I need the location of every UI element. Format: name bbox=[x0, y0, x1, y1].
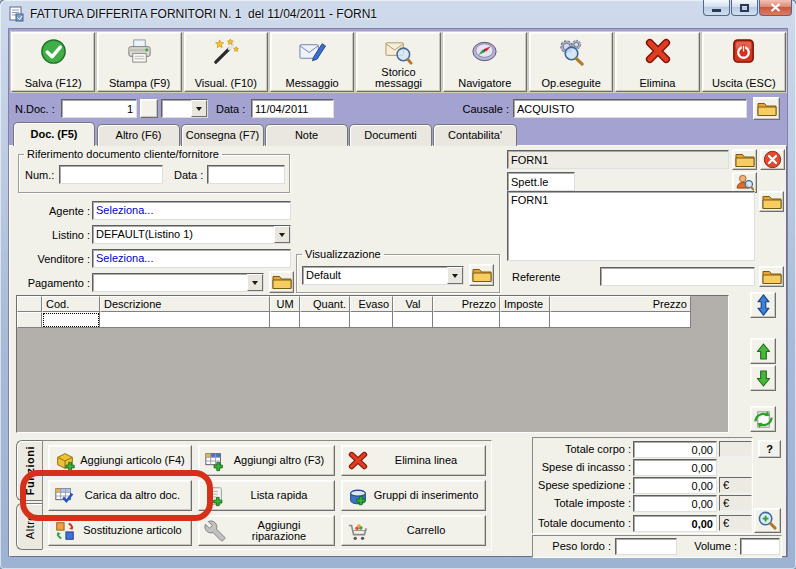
row-selector-cell[interactable] bbox=[17, 312, 42, 328]
chevron-down-icon bbox=[452, 274, 458, 278]
peso-lordo-input[interactable] bbox=[615, 538, 677, 555]
close-button[interactable] bbox=[759, 0, 792, 16]
totals-zoom-button[interactable] bbox=[754, 508, 781, 533]
imposte-cell[interactable] bbox=[500, 312, 550, 328]
contact-search-button[interactable] bbox=[732, 172, 757, 193]
totale-corpo-input[interactable] bbox=[633, 441, 717, 458]
totals-help-button[interactable]: ? bbox=[758, 440, 781, 458]
lista-rapida-button[interactable]: Lista rapida bbox=[198, 480, 335, 511]
gruppi-inserimento-button[interactable]: Gruppi di inserimento bbox=[341, 480, 486, 511]
sostituzione-articolo-button[interactable]: Sostituzione articolo bbox=[48, 515, 192, 546]
visualizzazione-dropdown-button[interactable] bbox=[447, 267, 463, 284]
supplier-code-field[interactable] bbox=[507, 150, 729, 169]
ndoc-lookup-button[interactable] bbox=[140, 99, 158, 118]
spese-spedizione-input[interactable] bbox=[633, 477, 717, 494]
op-eseguite-label: Op.eseguite bbox=[541, 78, 600, 89]
tab-note[interactable]: Note bbox=[265, 124, 348, 146]
minimize-button[interactable] bbox=[703, 0, 730, 16]
op-eseguite-button[interactable]: Op.eseguite bbox=[529, 32, 613, 92]
supplier-lookup-button[interactable] bbox=[732, 149, 757, 170]
causale-input[interactable] bbox=[513, 99, 747, 118]
visual-button[interactable]: Visual. (F10) bbox=[184, 32, 268, 92]
serie-dropdown-button[interactable] bbox=[191, 100, 207, 117]
peso-lordo-label: Peso lordo : bbox=[537, 538, 611, 555]
pagamento-lookup-button[interactable] bbox=[269, 271, 294, 293]
pagamento-dropdown-button[interactable] bbox=[247, 274, 263, 291]
carica-da-altro-doc-button[interactable]: Carica da altro doc. bbox=[48, 480, 192, 511]
referente-lookup-button[interactable] bbox=[759, 266, 784, 287]
uscita-button[interactable]: Uscita (ESC) bbox=[702, 32, 786, 92]
lines-grid[interactable]: Cod. Descrizione UM Quant. Evaso Val Pre… bbox=[16, 295, 729, 433]
spese-spedizione-currency: € bbox=[719, 477, 752, 493]
tab-contabilita-label: Contabilita' bbox=[448, 129, 502, 141]
data-input[interactable] bbox=[251, 99, 334, 118]
address-lookup-button[interactable] bbox=[759, 191, 784, 212]
maximize-button[interactable] bbox=[731, 0, 758, 16]
storico-label: Storico messaggi bbox=[367, 67, 429, 89]
ref-date-input[interactable] bbox=[207, 165, 285, 184]
chevron-down-icon bbox=[279, 233, 285, 237]
grid-empty-row[interactable] bbox=[17, 312, 691, 328]
tab-altro[interactable]: Altro (F6) bbox=[97, 124, 180, 146]
aggiungi-riparazione-button[interactable]: Aggiungi riparazione bbox=[198, 515, 335, 546]
causale-lookup-button[interactable] bbox=[753, 97, 780, 120]
agente-field[interactable]: Seleziona... bbox=[92, 201, 291, 220]
listino-value: DEFAULT(Listino 1) bbox=[93, 226, 274, 243]
elimina-label: Elimina bbox=[639, 78, 675, 89]
volume-input[interactable] bbox=[740, 538, 780, 555]
val-cell[interactable] bbox=[393, 312, 433, 328]
refresh-button[interactable] bbox=[750, 406, 776, 432]
salva-button[interactable]: Salva (F12) bbox=[11, 32, 95, 92]
tab-contabilita[interactable]: Contabilita' bbox=[433, 124, 517, 146]
elimina-linea-button[interactable]: Elimina linea bbox=[341, 445, 486, 476]
side-tab-funzioni[interactable]: Funzioni bbox=[16, 440, 42, 501]
ndoc-input[interactable] bbox=[61, 99, 137, 118]
prezzo2-cell[interactable] bbox=[550, 312, 691, 328]
listino-dropdown[interactable]: DEFAULT(Listino 1) bbox=[92, 225, 291, 244]
elimina-button[interactable]: Elimina bbox=[615, 32, 699, 92]
navigatore-button[interactable]: Navigatore bbox=[443, 32, 527, 92]
side-tab-altro[interactable]: Altro bbox=[16, 503, 42, 550]
evaso-cell[interactable] bbox=[350, 312, 393, 328]
descrizione-cell[interactable] bbox=[100, 312, 270, 328]
messaggio-button[interactable]: Messaggio bbox=[270, 32, 354, 92]
ref-date-label: Data : bbox=[174, 166, 203, 184]
grid-header-val: Val bbox=[393, 296, 433, 312]
row-up-button[interactable] bbox=[750, 338, 776, 364]
um-cell[interactable] bbox=[270, 312, 300, 328]
tab-altro-label: Altro (F6) bbox=[116, 129, 162, 141]
totale-documento-input[interactable] bbox=[633, 515, 717, 532]
quant-cell[interactable] bbox=[300, 312, 350, 328]
listino-dropdown-button[interactable] bbox=[274, 226, 290, 243]
visualizzazione-dropdown[interactable]: Default bbox=[302, 266, 464, 285]
spese-incasso-input[interactable] bbox=[633, 459, 717, 476]
referente-input[interactable] bbox=[600, 267, 755, 286]
visualizzazione-lookup-button[interactable] bbox=[469, 264, 494, 286]
pagamento-dropdown[interactable] bbox=[92, 273, 264, 292]
storico-messaggi-button[interactable]: Storico messaggi bbox=[356, 32, 440, 92]
aggiungi-articolo-button[interactable]: Aggiungi articolo (F4) bbox=[48, 445, 192, 476]
tab-documenti[interactable]: Documenti bbox=[349, 124, 432, 146]
serie-dropdown[interactable] bbox=[161, 99, 208, 118]
totals-panel: Totale corpo : Spese di incasso : Spese … bbox=[532, 437, 753, 534]
prezzo-cell[interactable] bbox=[433, 312, 500, 328]
carrello-button[interactable]: Carrello bbox=[341, 515, 486, 546]
tab-doc[interactable]: Doc. (F5) bbox=[13, 122, 95, 146]
supplier-clear-button[interactable] bbox=[760, 149, 785, 170]
ref-num-input[interactable] bbox=[59, 165, 163, 184]
row-down-button[interactable] bbox=[750, 365, 776, 391]
reference-legend: Riferimento documento cliente/fornitore bbox=[24, 148, 222, 160]
venditore-field[interactable]: Seleziona... bbox=[92, 249, 291, 268]
document-header-row: N.Doc. : Data : Causale : bbox=[9, 95, 789, 122]
move-row-button[interactable] bbox=[750, 292, 776, 318]
supplier-address-textarea[interactable]: FORN1 bbox=[507, 191, 755, 261]
stampa-button[interactable]: Stampa (F9) bbox=[97, 32, 181, 92]
tab-consegna[interactable]: Consegna (F7) bbox=[181, 124, 264, 146]
salutation-field[interactable] bbox=[507, 172, 575, 191]
aggiungi-altro-button[interactable]: Aggiungi altro (F3) bbox=[198, 445, 335, 476]
cod-cell-focused[interactable] bbox=[42, 312, 100, 328]
volume-label: Volume : bbox=[681, 538, 737, 555]
grid-header-um: UM bbox=[270, 296, 300, 312]
totale-imposte-input[interactable] bbox=[633, 495, 717, 512]
weight-volume-panel: Peso lordo : Volume : bbox=[532, 535, 782, 558]
